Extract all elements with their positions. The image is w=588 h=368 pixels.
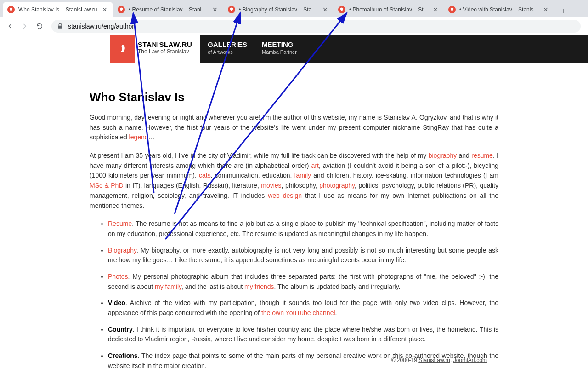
myfamily-link[interactable]: my family	[155, 283, 181, 290]
browser-tab-4[interactable]: • Photoalbum of Stanislav – Stani ✕	[334, 2, 444, 17]
browser-tabstrip: Who Stanislav Is – StanisLaw.ru ✕ • Resu…	[0, 0, 588, 17]
video-item-label: Video	[108, 299, 125, 306]
favicon-icon	[228, 6, 235, 13]
tab-title: • Resume of Stanislav – StanisLaw	[129, 6, 209, 13]
favicon-icon	[448, 6, 456, 13]
footer: © 2000-19 StanisLaw.ru, JoomlArt.com	[391, 357, 487, 363]
resume-item-link[interactable]: Resume	[108, 220, 132, 227]
lock-icon	[57, 23, 63, 29]
brand-name: STANISLAW.RU	[138, 40, 192, 48]
site-logo[interactable]	[110, 35, 135, 63]
site-header: STANISLAW.RU The Law of Stanislav GALLER…	[0, 35, 588, 63]
favicon-icon	[118, 6, 125, 13]
youtube-link[interactable]: the own YouTube channel	[261, 309, 335, 316]
tab-title: • Video with Stanislav – StanisLav	[459, 6, 539, 13]
back-button[interactable]	[4, 20, 17, 33]
browser-tab-3[interactable]: • Biography of Stanislav – StanisL ✕	[223, 2, 334, 17]
menu-sub: of Artworks	[208, 49, 247, 55]
photography-link[interactable]: photography	[319, 182, 355, 189]
section-list: Resume. The resume is not as means to fi…	[90, 219, 498, 368]
page-content: STANISLAW.RU The Law of Stanislav GALLER…	[0, 35, 588, 368]
close-icon[interactable]: ✕	[432, 6, 439, 13]
menu-label: MEETING	[262, 40, 297, 48]
footer-link-stanislaw[interactable]: StanisLaw.ru	[418, 357, 450, 363]
url-text: stanislaw.ru/eng/author	[68, 23, 134, 30]
list-item-resume: Resume. The resume is not as means to fi…	[108, 219, 498, 239]
family-link[interactable]: family	[294, 172, 311, 179]
tab-title: • Biography of Stanislav – StanisL	[239, 6, 319, 13]
menu-meeting[interactable]: MEETING Mamba Partner	[254, 35, 304, 63]
close-icon[interactable]: ✕	[542, 6, 549, 13]
footer-link-joomlart[interactable]: JoomlArt.com	[453, 357, 487, 363]
forward-button[interactable]	[18, 20, 31, 33]
side-panel-edge	[565, 78, 588, 97]
menu-sub: Mamba Partner	[262, 49, 297, 55]
main-menu: GALLERIES of Artworks MEETING Mamba Part…	[200, 35, 304, 63]
biography-item-link[interactable]: Biography	[108, 247, 136, 254]
webdesign-link[interactable]: web design	[268, 192, 302, 199]
country-item-label: Country	[108, 326, 133, 333]
list-item-biography: Biography. My biography, or more exactly…	[108, 246, 498, 265]
new-tab-button[interactable]: +	[557, 5, 570, 17]
cats-link[interactable]: cats	[199, 172, 211, 179]
resume-link[interactable]: resume	[471, 152, 493, 159]
list-item-video: Video. Archive of the video with my part…	[108, 298, 498, 318]
menu-label: GALLERIES	[208, 40, 247, 48]
browser-tab-2[interactable]: • Resume of Stanislav – StanisLaw ✕	[113, 2, 223, 17]
close-icon[interactable]: ✕	[322, 6, 329, 13]
close-icon[interactable]: ✕	[101, 6, 108, 13]
list-item-photos: Photos. My personal photographic album t…	[108, 272, 498, 292]
menu-galleries[interactable]: GALLERIES of Artworks	[200, 35, 254, 63]
tab-title: • Photoalbum of Stanislav – Stani	[349, 6, 429, 13]
about-paragraph: At present I am 35 years old, I live in …	[90, 151, 498, 211]
myfriends-link[interactable]: my friends	[244, 283, 274, 290]
address-bar[interactable]: stanislaw.ru/eng/author	[51, 20, 581, 33]
photos-item-link[interactable]: Photos	[108, 273, 128, 280]
creations-item-label: Creations	[108, 352, 138, 359]
content-card: Who Stanislav Is Good morning, day, even…	[80, 82, 508, 368]
msc-phd-link[interactable]: MSc & PhD	[90, 182, 124, 189]
intro-paragraph: Good morning, day, evening or night and …	[90, 113, 498, 143]
art-link[interactable]: art	[311, 162, 319, 169]
browser-tab-5[interactable]: • Video with Stanislav – StanisLav ✕	[444, 2, 554, 17]
browser-tab-1[interactable]: Who Stanislav Is – StanisLaw.ru ✕	[3, 2, 113, 17]
favicon-icon	[338, 6, 345, 13]
reload-button[interactable]	[33, 20, 46, 33]
close-icon[interactable]: ✕	[211, 6, 219, 13]
favicon-icon	[7, 6, 15, 13]
brand-tagline: The Law of Stanislav	[138, 48, 192, 55]
browser-toolbar: stanislaw.ru/eng/author	[0, 17, 588, 35]
page-title: Who Stanislav Is	[90, 90, 498, 104]
list-item-country: Country. I think it is important for eve…	[108, 325, 498, 345]
legend-link[interactable]: legend	[129, 133, 148, 141]
biography-link[interactable]: biography	[429, 152, 457, 159]
site-brand[interactable]: STANISLAW.RU The Law of Stanislav	[135, 35, 200, 63]
movies-link[interactable]: movies	[261, 182, 281, 189]
tab-title: Who Stanislav Is – StanisLaw.ru	[18, 6, 98, 13]
